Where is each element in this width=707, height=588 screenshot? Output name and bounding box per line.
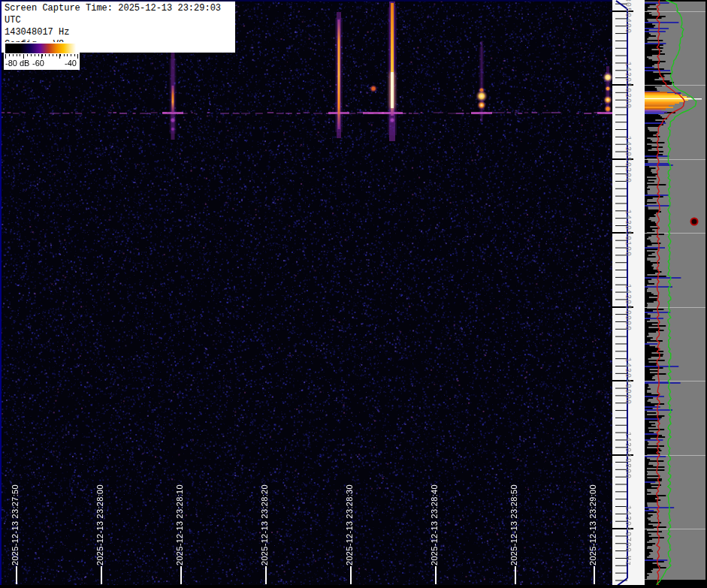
time-tick [101,566,102,584]
freq-label: 143050300 [624,62,632,109]
time-label-text: 2025-12-13 23:28:30 [345,484,354,565]
freq-label: 143050000 [624,284,632,331]
time-label-text: 2025-12-13 23:29:00 [588,484,597,565]
frequency-axis: 143050400 143050300 143050200 143050100 … [612,0,645,588]
time-label-text: 2025-12-13 23:27:50 [11,484,20,565]
freq-label: 143049900 [624,357,632,405]
time-label-text: 2025-12-13 23:28:20 [260,484,269,565]
spectrum-side-panel-canvas [645,0,707,588]
left-border [0,0,2,585]
time-label-text: 2025-12-13 23:28:40 [430,484,439,565]
freq-label: 143049700 [624,505,632,553]
freq-label: 143050200 [624,136,632,183]
colorbar-legend: -80 dB -60 -40 [4,42,80,70]
center-frequency-text: 143048017 Hz [5,26,232,38]
time-label-text: 2025-12-13 23:28:50 [509,484,518,565]
time-tick [594,566,595,584]
time-tick [265,566,267,584]
bottom-border [0,585,707,588]
time-tick [350,566,352,584]
freq-label: 143050100 [624,210,632,257]
freq-label: 143050400 [624,0,632,34]
time-label-text: 2025-12-13 23:28:10 [175,484,184,565]
time-tick [435,566,437,584]
capture-time-text: Screen Capture Time: 2025-12-13 23:29:03… [5,2,232,26]
time-label-text: 2025-12-13 23:28:00 [95,484,104,565]
freq-axis-unit: Hz [624,556,632,566]
colorbar-gradient [5,44,78,53]
waterfall-spectrogram-canvas [0,0,612,585]
time-tick [16,566,17,584]
time-tick [515,566,516,584]
freq-label: 143049800 [624,432,632,479]
colorbar-label-max: -40 [65,59,77,68]
spectrogram-app-window: Screen Capture Time: 2025-12-13 23:29:03… [0,0,707,588]
colorbar-label-mid: -60 [32,59,44,68]
time-tick [180,566,182,584]
colorbar-label-min: -80 dB [5,59,29,68]
